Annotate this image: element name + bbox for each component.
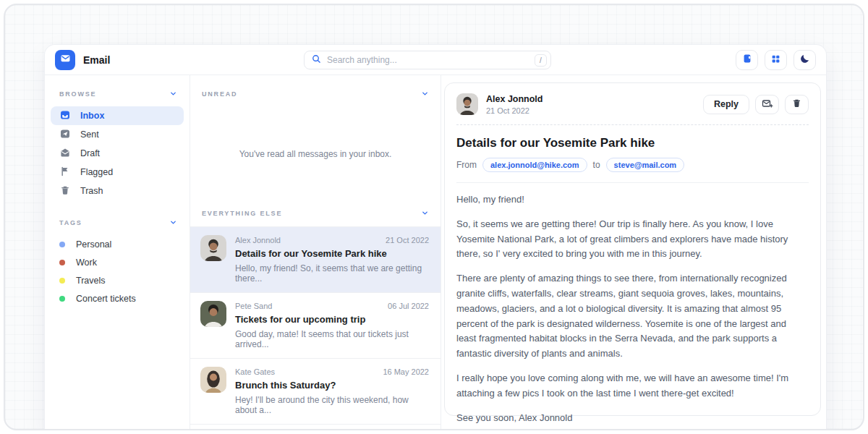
email-app-window: Email / xyxy=(45,45,826,430)
chevron-down-icon xyxy=(169,90,177,99)
everything-else-section-header[interactable]: EVERYTHING ELSE xyxy=(190,206,441,221)
tag-color-dot xyxy=(59,260,65,265)
body-paragraph: Hello, my friend! xyxy=(456,192,809,208)
sidebar-item-label: Draft xyxy=(80,148,100,158)
body-paragraph: There are plenty of amazing things to se… xyxy=(456,271,809,362)
tag-item-personal[interactable]: Personal xyxy=(51,235,184,253)
avatar xyxy=(200,367,226,393)
dark-mode-button[interactable] xyxy=(793,50,816,70)
tag-item-work[interactable]: Work xyxy=(51,253,184,271)
app-title: Email xyxy=(83,54,110,66)
email-list-item[interactable]: Alex Jonnold 21 Oct 2022 Details for our… xyxy=(190,227,441,293)
email-preview: Good day, mate! It seems that our ticket… xyxy=(235,329,429,349)
search-shortcut-badge: / xyxy=(535,54,547,67)
email-list-item[interactable]: Kate Gates 16 May 2022 Brunch this Satur… xyxy=(190,359,441,425)
notebook-button[interactable] xyxy=(736,50,758,70)
to-label: to xyxy=(593,160,600,170)
apps-grid-button[interactable] xyxy=(765,50,787,70)
unread-empty-message: You've read all messages in your inbox. xyxy=(190,101,441,206)
sidebar-item-flagged[interactable]: Flagged xyxy=(51,163,184,182)
sidebar-item-draft[interactable]: Draft xyxy=(51,144,184,163)
forward-email-button[interactable] xyxy=(755,95,779,114)
tag-color-dot xyxy=(59,278,65,284)
chevron-down-icon xyxy=(421,90,429,99)
body-paragraph: I really hope you love coming along with… xyxy=(456,371,809,401)
delete-email-button[interactable] xyxy=(785,95,809,114)
sidebar-item-sent[interactable]: Sent xyxy=(51,125,184,144)
tag-color-dot xyxy=(59,242,65,247)
email-body: Hello, my friend! So, it seems we are ge… xyxy=(456,192,809,425)
draft-icon xyxy=(59,147,71,161)
avatar xyxy=(456,93,478,115)
envelope-plus-icon xyxy=(761,98,773,111)
browse-section-header[interactable]: BROWSE xyxy=(45,87,190,101)
search-bar[interactable]: / xyxy=(304,51,551,69)
search-input[interactable] xyxy=(327,55,535,65)
detail-actions: Reply xyxy=(703,95,809,114)
email-subject: Brunch this Saturday? xyxy=(235,380,429,391)
email-subject: Details for our Yosemite Park hike xyxy=(235,248,429,259)
from-email-chip[interactable]: alex.jonnold@hike.com xyxy=(482,158,587,172)
avatar xyxy=(200,301,226,327)
detail-header: Alex Jonnold 21 Oct 2022 Reply xyxy=(456,93,809,115)
from-label: From xyxy=(456,160,477,170)
email-date: 16 May 2022 xyxy=(383,367,429,376)
detail-date: 21 Oct 2022 xyxy=(486,106,542,115)
unread-section-header[interactable]: UNREAD xyxy=(190,87,441,101)
email-list: Alex Jonnold 21 Oct 2022 Details for our… xyxy=(190,226,441,425)
tag-item-concert-tickets[interactable]: Concert tickets xyxy=(51,289,184,307)
avatar xyxy=(200,235,226,261)
notebook-icon xyxy=(741,53,753,67)
tag-label: Travels xyxy=(76,276,106,286)
tag-color-dot xyxy=(59,296,65,302)
topbar-actions xyxy=(736,50,816,70)
sidebar-item-label: Inbox xyxy=(80,111,104,121)
body-paragraph: So, it seems we are getting there! Our t… xyxy=(456,217,809,262)
email-preview: Hello, my friend! So, it seems that we a… xyxy=(235,263,429,284)
sidebar: BROWSE Inbox xyxy=(45,75,190,430)
tags-label: TAGS xyxy=(59,219,82,226)
inbox-icon xyxy=(59,109,71,123)
app-logo xyxy=(55,50,75,70)
tag-label: Work xyxy=(76,258,97,268)
email-list-item[interactable]: Pete Sand 06 Jul 2022 Tickets for our up… xyxy=(190,293,441,359)
envelope-icon xyxy=(59,52,72,67)
body-signature: See you soon, Alex Jonnold xyxy=(456,411,809,426)
sidebar-item-label: Flagged xyxy=(80,167,113,177)
tags-nav: Personal Work Travels Concert tickets xyxy=(45,235,190,307)
sidebar-item-inbox[interactable]: Inbox xyxy=(51,106,184,125)
email-subject: Tickets for our upcoming trip xyxy=(235,314,429,325)
detail-subject: Details for our Yosemite Park hike xyxy=(456,136,809,150)
email-detail-pane: Alex Jonnold 21 Oct 2022 Reply xyxy=(441,75,826,430)
email-sender: Alex Jonnold xyxy=(235,236,281,244)
tags-section-header[interactable]: TAGS xyxy=(45,216,190,230)
email-date: 06 Jul 2022 xyxy=(388,302,429,310)
sidebar-item-label: Sent xyxy=(80,129,99,140)
sent-icon xyxy=(59,128,71,142)
reply-button[interactable]: Reply xyxy=(703,95,749,114)
divider xyxy=(456,182,809,183)
tag-label: Personal xyxy=(76,239,111,250)
trash-icon xyxy=(59,184,71,198)
email-preview: Hey! I'll be around the city this weeken… xyxy=(235,395,429,415)
email-sender: Pete Sand xyxy=(235,302,272,310)
everything-else-label: EVERYTHING ELSE xyxy=(202,210,282,217)
desktop-background: Email / xyxy=(4,4,864,430)
moon-icon xyxy=(799,53,811,67)
tag-item-travels[interactable]: Travels xyxy=(51,271,184,289)
chevron-down-icon xyxy=(421,209,429,218)
email-sender: Kate Gates xyxy=(235,367,275,376)
to-email-chip[interactable]: steve@mail.com xyxy=(606,158,685,172)
browse-label: BROWSE xyxy=(59,90,96,98)
flag-icon xyxy=(59,166,71,179)
main-content: BROWSE Inbox xyxy=(45,75,826,430)
chevron-down-icon xyxy=(169,218,177,228)
email-date: 21 Oct 2022 xyxy=(386,236,429,244)
browse-nav: Inbox Sent Draft xyxy=(45,106,190,200)
apps-grid-icon xyxy=(770,54,781,67)
trash-icon xyxy=(791,98,802,111)
tag-label: Concert tickets xyxy=(76,294,136,304)
detail-sender-name: Alex Jonnold xyxy=(486,94,542,104)
sidebar-item-trash[interactable]: Trash xyxy=(51,182,184,200)
search-icon xyxy=(311,54,322,67)
